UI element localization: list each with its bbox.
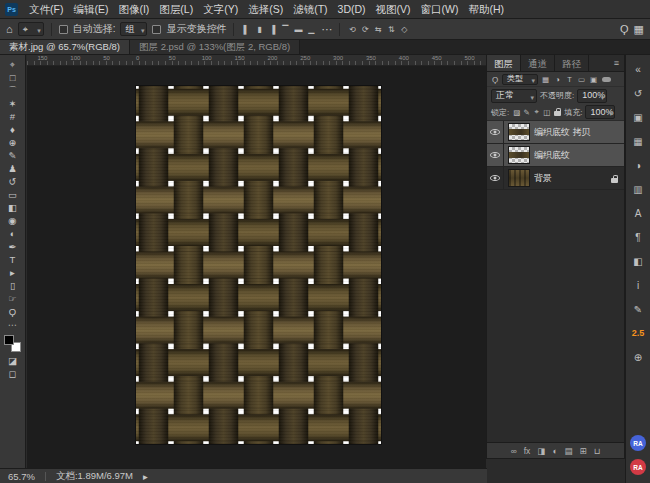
collapse-panels-icon[interactable]: «	[626, 57, 650, 81]
rectangular-marquee-tool[interactable]: □	[3, 71, 23, 84]
filter-smart-object-icon[interactable]: ▣	[588, 75, 599, 84]
clone-stamp-tool[interactable]: ♟	[3, 162, 23, 175]
shape-tool[interactable]: ▯	[3, 279, 23, 292]
layer-style-icon[interactable]: fx	[524, 446, 531, 456]
quick-mask-icon[interactable]: ◪	[3, 354, 23, 367]
visibility-cell[interactable]	[487, 167, 504, 189]
info-icon[interactable]: i	[626, 273, 650, 297]
pen-tool[interactable]: ✒	[3, 240, 23, 253]
filter-search-icon[interactable]: Ϙ	[490, 75, 500, 84]
auto-select-checkbox[interactable]	[59, 25, 68, 34]
3d-pan-icon[interactable]: ⇆	[373, 25, 383, 34]
zoom-tool[interactable]: Ϙ	[3, 305, 23, 318]
tool-preset-dropdown[interactable]: ⌖	[18, 22, 44, 36]
magic-wand-tool[interactable]: ✶	[3, 97, 23, 110]
search-icon[interactable]: Ϙ	[620, 24, 629, 35]
more-options-icon[interactable]: ⋯	[321, 24, 332, 35]
filter-toggle[interactable]	[602, 77, 611, 82]
menu-item[interactable]: 滤镜(T)	[288, 0, 332, 18]
new-layer-icon[interactable]: ⊞	[580, 446, 587, 456]
align-left-icon[interactable]: ▌	[241, 25, 251, 34]
menu-item[interactable]: 帮助(H)	[464, 0, 510, 18]
color-icon[interactable]: ▣	[626, 105, 650, 129]
align-right-icon[interactable]: ▐	[267, 25, 277, 34]
eraser-tool[interactable]: ▭	[3, 188, 23, 201]
menu-item[interactable]: 图像(I)	[113, 0, 154, 18]
filter-shape-icon[interactable]: ▭	[576, 75, 587, 84]
filter-type-icon[interactable]: T	[564, 75, 575, 84]
3d-rotate-icon[interactable]: ⟲	[347, 25, 357, 34]
delete-layer-icon[interactable]: ⊔	[594, 446, 601, 456]
3d-roll-icon[interactable]: ⟳	[360, 25, 370, 34]
menu-item[interactable]: 选择(S)	[243, 0, 288, 18]
brush-settings-icon[interactable]: ✎	[626, 297, 650, 321]
align-bottom-icon[interactable]: ▁	[306, 25, 316, 34]
dodge-tool[interactable]: ◐	[3, 227, 23, 240]
layer-thumbnail[interactable]	[509, 170, 529, 186]
document-tab[interactable]: 素材.jpg @ 65.7%(RGB/8)	[0, 40, 130, 54]
blur-tool[interactable]: ◉	[3, 214, 23, 227]
menu-item[interactable]: 编辑(E)	[68, 0, 113, 18]
align-center-horizontal-icon[interactable]: ▮	[254, 25, 264, 34]
3d-scale-icon[interactable]: ◇	[399, 25, 409, 34]
menu-item[interactable]: 文件(F)	[24, 0, 68, 18]
adjustment-layer-icon[interactable]: ◐	[552, 446, 557, 456]
status-arrow-icon[interactable]: ▸	[143, 471, 148, 482]
layer-row[interactable]: 编织底纹	[487, 144, 624, 167]
gradient-tool[interactable]: ◧	[3, 201, 23, 214]
canvas-area[interactable]: 15010050050100150200250300350400450500	[27, 55, 486, 468]
screen-mode-icon[interactable]: ◻	[3, 367, 23, 380]
menu-item[interactable]: 3D(D)	[333, 0, 371, 18]
styles-icon[interactable]: ◧	[626, 249, 650, 273]
lock-all-icon[interactable]	[554, 111, 561, 116]
filter-adjustment-icon[interactable]: ◑	[552, 75, 563, 84]
workspace-icon[interactable]: ▦	[634, 24, 644, 35]
layer-row[interactable]: 编织底纹 拷贝	[487, 121, 624, 144]
clone-source-icon[interactable]: ⊕	[626, 345, 650, 369]
character-icon[interactable]: A	[626, 201, 650, 225]
lasso-tool[interactable]: ⌒	[3, 84, 23, 97]
panel-menu-icon[interactable]: ≡	[609, 55, 624, 71]
home-icon[interactable]: ⌂	[6, 24, 13, 35]
new-group-icon[interactable]: ▤	[565, 446, 573, 456]
hand-tool[interactable]: ☞	[3, 292, 23, 305]
filter-pixel-icon[interactable]: ▦	[540, 75, 551, 84]
panel-tab[interactable]: 图层	[487, 55, 521, 71]
panel-tab[interactable]: 路径	[555, 55, 589, 71]
opacity-dropdown[interactable]: 100%	[577, 89, 607, 103]
extension-badge[interactable]: RA	[630, 435, 646, 451]
history-icon[interactable]: ↺	[626, 81, 650, 105]
lock-pixels-icon[interactable]: ✎	[522, 108, 531, 117]
layer-thumbnail[interactable]	[509, 124, 529, 140]
foreground-swatch[interactable]	[4, 335, 14, 345]
document-tab[interactable]: 图层 2.psd @ 133%(图层 2, RGB/8)	[130, 40, 300, 54]
blend-mode-dropdown[interactable]: 正常	[491, 89, 537, 103]
menu-item[interactable]: 视图(V)	[371, 0, 416, 18]
lock-position-icon[interactable]: ⌖	[532, 107, 541, 117]
fill-dropdown[interactable]: 100%	[585, 105, 615, 119]
visibility-cell[interactable]	[487, 144, 504, 166]
lock-artboard-icon[interactable]: ◫	[542, 108, 551, 117]
visibility-cell[interactable]	[487, 121, 504, 143]
align-middle-vertical-icon[interactable]: ▬	[293, 25, 303, 34]
edit-toolbar-icon[interactable]: ⋯	[3, 318, 23, 331]
swatches-icon[interactable]: ▦	[626, 129, 650, 153]
panel-tab[interactable]: 通道	[521, 55, 555, 71]
add-mask-icon[interactable]: ◨	[537, 446, 545, 456]
lock-transparency-icon[interactable]: ▨	[512, 108, 521, 117]
type-tool[interactable]: T	[3, 253, 23, 266]
adjustments-icon[interactable]: ◑	[626, 153, 650, 177]
extension-badge[interactable]: RA	[630, 459, 646, 475]
move-tool[interactable]: ⌖	[3, 58, 23, 71]
align-top-icon[interactable]: ▔	[280, 25, 290, 34]
layer-row[interactable]: 背景	[487, 167, 624, 190]
link-layers-icon[interactable]: ∞	[511, 446, 517, 456]
layer-thumbnail[interactable]	[509, 147, 529, 163]
menu-item[interactable]: 文字(Y)	[198, 0, 243, 18]
filter-kind-dropdown[interactable]: 类型	[502, 74, 538, 85]
crop-tool[interactable]: #	[3, 110, 23, 123]
eyedropper-tool[interactable]: ♦	[3, 123, 23, 136]
paragraph-icon[interactable]: ¶	[626, 225, 650, 249]
spot-healing-tool[interactable]: ⊕	[3, 136, 23, 149]
history-brush-tool[interactable]: ↺	[3, 175, 23, 188]
